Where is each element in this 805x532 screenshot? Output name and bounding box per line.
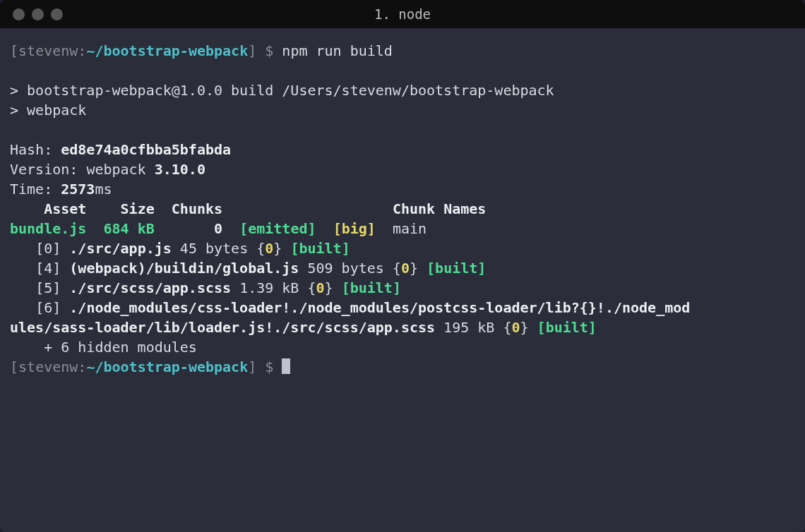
module-row-wrap: ules/sass-loader/lib/loader.js!./src/scs… [10,319,597,336]
maximize-icon[interactable] [51,8,63,20]
prompt-line: [stevenw:~/bootstrap-webpack] $ npm run … [10,42,393,59]
version-line: Version: webpack 3.10.0 [10,161,205,178]
module-row: [0] ./src/app.js 45 bytes {0} [built] [10,240,350,257]
window-controls [0,8,63,20]
window-title: 1. node [0,6,805,22]
hidden-modules-line: + 6 hidden modules [10,339,197,356]
npm-output-line: > webpack [10,102,86,119]
table-header: Asset Size Chunks Chunk Names [10,200,486,217]
command-text: npm run build [282,42,393,59]
terminal-window: 1. node [stevenw:~/bootstrap-webpack] $ … [0,0,805,532]
close-icon[interactable] [13,8,25,20]
cursor [282,358,290,374]
hash-line: Hash: ed8e74a0cfbba5bfabda [10,141,231,158]
titlebar: 1. node [0,0,805,28]
module-row: [5] ./src/scss/app.scss 1.39 kB {0} [bui… [10,279,401,296]
minimize-icon[interactable] [32,8,44,20]
time-line: Time: 2573ms [10,181,112,198]
module-row: [6] ./node_modules/css-loader!./node_mod… [10,299,690,316]
npm-output-line: > bootstrap-webpack@1.0.0 build /Users/s… [10,82,554,99]
module-row: [4] (webpack)/buildin/global.js 509 byte… [10,260,486,277]
terminal-content[interactable]: [stevenw:~/bootstrap-webpack] $ npm run … [0,28,805,532]
bundle-row: bundle.js 684 kB 0 [emitted] [big] main [10,220,427,237]
prompt-line: [stevenw:~/bootstrap-webpack] $ [10,358,290,375]
